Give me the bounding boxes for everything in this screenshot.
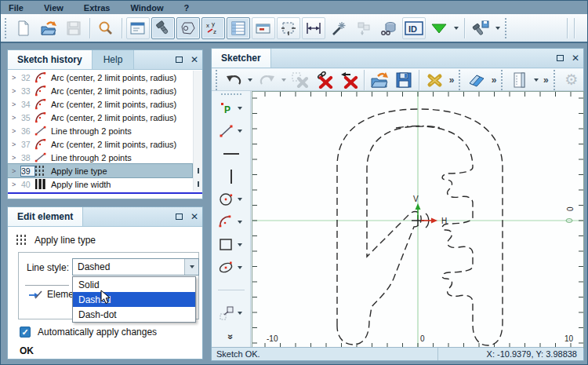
zoom-button[interactable] (94, 17, 118, 39)
dropdown-option-solid[interactable]: Solid (73, 277, 195, 292)
toolbar-drag-handle[interactable] (216, 70, 220, 90)
menu-file[interactable]: File (9, 3, 24, 13)
delete-selection-button[interactable] (289, 69, 312, 91)
magic-wand-button[interactable] (327, 17, 350, 39)
selection-frame-button[interactable] (277, 17, 300, 39)
dropdown-caret-icon[interactable] (495, 27, 500, 30)
undo-history-caret-icon[interactable] (248, 78, 252, 82)
id-button[interactable]: ID (402, 17, 426, 39)
close-button[interactable]: ✕ (568, 49, 583, 68)
open-sketch-button[interactable] (368, 69, 391, 91)
history-row[interactable]: > 33 Arc (center, 2 limit points, radius… (8, 84, 202, 97)
expand-chevron-icon[interactable]: > (12, 181, 21, 188)
maximize-button[interactable] (552, 49, 568, 68)
tool-caret-icon[interactable] (238, 130, 242, 133)
toolbar-drag-handle[interactable] (501, 70, 505, 90)
sheet-caret-icon[interactable] (534, 78, 539, 82)
properties-window-button[interactable] (126, 17, 150, 39)
history-table-button[interactable] (227, 17, 250, 39)
horizontal-line-tool[interactable] (220, 142, 243, 165)
settings-button[interactable]: ⚙ (560, 69, 583, 91)
delete-constraint-button[interactable] (314, 69, 336, 91)
dash-dot-segment[interactable] (396, 126, 442, 129)
tool-caret-icon[interactable] (238, 198, 242, 201)
xyz-coordinates-button[interactable]: xyz (201, 17, 225, 39)
save-button[interactable] (62, 17, 85, 39)
tab-edit-element[interactable]: Edit element (8, 207, 83, 226)
history-row[interactable]: > 32 Arc (center, 2 limit points, radius… (8, 71, 202, 84)
sketch-canvas[interactable]: V H -10 0 10 0 (252, 91, 584, 349)
history-row[interactable]: > 39 Apply line type (8, 164, 192, 177)
tool-column-expand-chevron[interactable]: » (226, 334, 237, 340)
sketch-contour-button[interactable] (176, 17, 200, 39)
tab-help[interactable]: Help (93, 50, 135, 69)
tool-caret-icon[interactable] (238, 266, 242, 269)
menu-extras[interactable]: Extras (84, 3, 111, 13)
insert-direction-button[interactable] (427, 17, 451, 39)
toolbar-drag-handle[interactable] (554, 70, 557, 90)
auto-apply-checkbox[interactable]: ✓ (20, 327, 31, 338)
sheet-button[interactable] (508, 69, 531, 91)
toolbar-drag-handle[interactable] (5, 18, 9, 38)
open-file-button[interactable] (37, 17, 60, 39)
ok-status-label[interactable]: OK (20, 345, 34, 356)
dropdown-caret-icon[interactable] (454, 27, 459, 30)
close-button[interactable]: ✕ (187, 50, 202, 69)
circle-tool[interactable] (218, 188, 245, 210)
expand-chevron-icon[interactable]: > (12, 154, 21, 162)
callout-button[interactable] (252, 17, 275, 39)
line-tool[interactable] (218, 119, 245, 142)
redo-history-caret-icon[interactable] (281, 78, 286, 82)
tab-sketcher[interactable]: Sketcher (212, 49, 271, 68)
history-row[interactable]: > 37 Arc (center, 2 limit points, radius… (8, 137, 202, 151)
maximize-button[interactable] (171, 207, 187, 226)
history-scrollbar[interactable] (193, 71, 202, 191)
rectangle-tool[interactable] (218, 233, 245, 256)
dropdown-option-dash-dot[interactable]: Dash-dot (73, 307, 195, 322)
arc-tool[interactable] (218, 210, 245, 233)
delete-last-button[interactable] (337, 69, 360, 91)
expand-chevron-icon[interactable]: > (12, 167, 21, 175)
tool-caret-icon[interactable] (238, 312, 242, 315)
save-sketch-button[interactable] (392, 69, 415, 91)
history-row[interactable]: > 36 Line through 2 points (8, 124, 202, 137)
toolbar-drag-handle[interactable] (459, 70, 463, 90)
tool-caret-icon[interactable] (238, 243, 242, 246)
menu-window[interactable]: Window (130, 3, 163, 13)
expand-chevron-icon[interactable]: > (12, 127, 21, 135)
undo-button[interactable] (223, 69, 245, 91)
history-row[interactable]: > 34 Arc (center, 2 limit points, radius… (8, 97, 202, 111)
transform-tool[interactable] (218, 301, 245, 324)
sketch-profile-outline[interactable] (337, 109, 503, 345)
sketcher-mode-button[interactable] (151, 17, 175, 39)
tab-sketch-history[interactable]: Sketch history (8, 50, 93, 69)
maximize-button[interactable] (171, 50, 187, 69)
eraser-button[interactable] (466, 69, 488, 91)
new-document-button[interactable] (12, 17, 35, 39)
combobox-dropdown-button[interactable] (184, 259, 198, 275)
menu-view[interactable]: View (44, 3, 64, 13)
history-row[interactable]: > 35 Arc (center, 2 limit points, radius… (8, 111, 202, 124)
expand-chevron-icon[interactable]: > (12, 141, 21, 148)
point-tool[interactable]: P (218, 97, 245, 119)
link-solid-button[interactable] (377, 17, 401, 39)
line-style-combobox[interactable]: Dashed (72, 258, 199, 276)
expand-chevron-icon[interactable]: > (12, 100, 21, 108)
ellipse-tool[interactable] (218, 256, 245, 279)
expand-chevron-icon[interactable]: > (12, 114, 21, 122)
toolbar-overflow-chevron[interactable]: » (447, 75, 457, 86)
parts-copy-button[interactable] (352, 17, 376, 39)
save-part-button[interactable] (469, 17, 492, 39)
toolbar-overflow-chevron[interactable]: » (541, 75, 551, 86)
expand-chevron-icon[interactable]: > (12, 87, 21, 95)
toolbar-drag-handle[interactable] (505, 18, 509, 38)
close-button[interactable]: ✕ (187, 207, 202, 226)
toolbar-overflow-chevron[interactable]: » (489, 75, 499, 86)
history-row[interactable]: > 38 Line through 2 points (8, 151, 202, 164)
vertical-line-tool[interactable] (220, 165, 243, 188)
dropdown-option-dashed[interactable]: Dashed (73, 292, 195, 307)
menu-help[interactable]: ? (184, 3, 190, 13)
tool-caret-icon[interactable] (238, 107, 242, 110)
expand-chevron-icon[interactable]: > (12, 74, 21, 82)
redo-button[interactable] (256, 69, 278, 91)
